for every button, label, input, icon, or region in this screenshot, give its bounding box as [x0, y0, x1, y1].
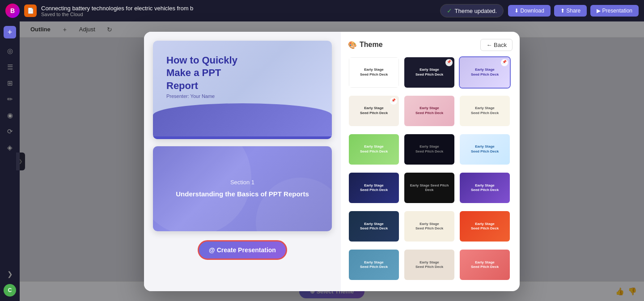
theme-card-inner-t8: Early Stage Seed Pitch Deck — [404, 134, 454, 165]
theme-card-t11[interactable]: Early Stage Seed Pitch Deck — [403, 172, 455, 204]
theme-picker-pane: 🎨 Theme ← Back Early Stage Seed Pitch De… — [341, 32, 520, 291]
toast-notification: ✓ Theme updated. — [440, 4, 504, 17]
theme-card-inner-t11: Early Stage Seed Pitch Deck — [404, 173, 454, 203]
toast-text: Theme updated. — [455, 8, 497, 14]
theme-card-t8[interactable]: Early Stage Seed Pitch Deck — [403, 133, 455, 165]
theme-card-t16[interactable]: Early Stage Seed Pitch Deck — [348, 249, 400, 281]
slide-preview-pane: How to QuicklyMake a PPTReport Presenter… — [144, 32, 341, 291]
theme-card-t13[interactable]: Early Stage Seed Pitch Deck — [348, 210, 400, 242]
theme-card-inner-t15: Early Stage Seed Pitch Deck — [460, 211, 510, 242]
sidebar-item-grid[interactable]: ⊞ — [4, 77, 16, 89]
theme-card-t18[interactable]: Early Stage Seed Pitch Deck — [459, 249, 511, 281]
slide-2-preview: Section 1 Understanding the Basics of PP… — [153, 146, 332, 231]
sidebar-item-arrow[interactable]: ❯ — [4, 268, 16, 280]
theme-card-t10[interactable]: Early Stage Seed Pitch Deck — [348, 172, 400, 204]
presentation-button[interactable]: ▶ Presentation — [590, 5, 639, 17]
topbar: B 📄 Connecting battery technologies for … — [0, 0, 644, 21]
sidebar-item-edit[interactable]: ✏ — [4, 93, 16, 106]
sidebar-bottom: ❯ C — [4, 268, 16, 297]
theme-modal: How to QuicklyMake a PPTReport Presenter… — [144, 32, 520, 291]
theme-card-inner-t14: Early Stage Seed Pitch Deck — [404, 211, 454, 242]
theme-card-inner-t17: Early Stage Seed Pitch Deck — [404, 250, 454, 280]
modal-overlay: How to QuicklyMake a PPTReport Presenter… — [20, 21, 644, 301]
theme-card-inner-t12: Early Stage Seed Pitch Deck — [460, 173, 510, 203]
app-logo: B — [5, 4, 20, 18]
create-presentation-button[interactable]: @ Create Presentation — [198, 240, 287, 260]
slide-wave-decoration — [153, 103, 332, 139]
theme-card-t6[interactable]: Early Stage Seed Pitch Deck — [459, 95, 511, 127]
section-title: Understanding the Basics of PPT Reports — [176, 189, 309, 199]
theme-icon: 🎨 — [348, 41, 357, 49]
theme-card-t3[interactable]: Early Stage Seed Pitch Deck📌 — [459, 56, 511, 89]
user-avatar[interactable]: C — [4, 284, 16, 297]
theme-card-inner-t4: Early Stage Seed Pitch Deck📌 — [349, 96, 399, 126]
slide-1-title: How to QuicklyMake a PPTReport — [166, 54, 237, 93]
theme-card-t5[interactable]: Early Stage Seed Pitch Deck — [403, 95, 455, 127]
pin-icon: 📌 — [390, 98, 397, 105]
back-button[interactable]: ← Back — [480, 39, 513, 51]
slide-1-presenter: Presenter: Your Name — [166, 93, 215, 99]
slide-bottom-bar — [153, 136, 332, 139]
themes-grid: Early Stage Seed Pitch DeckEarly Stage S… — [348, 56, 513, 284]
pin-icon: 📌 — [445, 59, 453, 66]
theme-card-inner-t3: Early Stage Seed Pitch Deck📌 — [460, 57, 510, 88]
theme-card-t9[interactable]: Early Stage Seed Pitch Deck — [459, 133, 511, 165]
theme-card-inner-t10: Early Stage Seed Pitch Deck — [349, 173, 399, 203]
theme-card-t7[interactable]: Early Stage Seed Pitch Deck — [348, 133, 400, 165]
document-subtitle: Saved to the Cloud — [41, 12, 436, 17]
sidebar-item-search[interactable]: ◎ — [4, 45, 16, 57]
title-group: Connecting battery technologies for elec… — [41, 5, 436, 17]
theme-card-inner-t16: Early Stage Seed Pitch Deck — [349, 250, 399, 280]
theme-card-inner-t9: Early Stage Seed Pitch Deck — [460, 134, 510, 165]
share-button[interactable]: ⬆ Share — [554, 5, 587, 17]
themes-header: 🎨 Theme ← Back — [348, 39, 513, 51]
sidebar-item-circle[interactable]: ◉ — [4, 109, 16, 122]
theme-card-t12[interactable]: Early Stage Seed Pitch Deck — [459, 172, 511, 204]
theme-card-inner-t18: Early Stage Seed Pitch Deck — [460, 250, 510, 280]
theme-card-inner-t5: Early Stage Seed Pitch Deck — [404, 96, 454, 126]
theme-card-inner-t1: Early Stage Seed Pitch Deck — [349, 57, 399, 88]
slide-1-preview: How to QuicklyMake a PPTReport Presenter… — [153, 41, 332, 139]
theme-card-t17[interactable]: Early Stage Seed Pitch Deck — [403, 249, 455, 281]
pin-icon: 📌 — [501, 59, 508, 66]
add-new-button[interactable]: + — [4, 26, 16, 38]
theme-card-t2[interactable]: Early Stage Seed Pitch Deck📌 — [403, 56, 455, 89]
check-icon: ✓ — [447, 7, 452, 14]
sidebar-item-diamond[interactable]: ◈ — [4, 141, 16, 154]
slide-2-content: Section 1 Understanding the Basics of PP… — [176, 179, 309, 199]
sidebar-item-history[interactable]: ⟳ — [4, 125, 16, 138]
main-area: Outline + Adjust ↻ How to QuicklyMake a … — [20, 21, 644, 301]
theme-card-inner-t13: Early Stage Seed Pitch Deck — [349, 211, 399, 242]
theme-card-inner-t6: Early Stage Seed Pitch Deck — [460, 96, 510, 126]
doc-icon: 📄 — [24, 4, 37, 17]
theme-card-t4[interactable]: Early Stage Seed Pitch Deck📌 — [348, 95, 400, 127]
theme-card-inner-t2: Early Stage Seed Pitch Deck📌 — [404, 57, 454, 88]
theme-card-t15[interactable]: Early Stage Seed Pitch Deck — [459, 210, 511, 242]
section-label: Section 1 — [176, 179, 309, 186]
download-button[interactable]: ⬇ Download — [508, 5, 551, 17]
document-title: Connecting battery technologies for elec… — [41, 5, 436, 12]
topbar-actions: ⬇ Download ⬆ Share ▶ Presentation — [508, 5, 639, 17]
theme-card-t1[interactable]: Early Stage Seed Pitch Deck — [348, 56, 400, 89]
theme-card-t14[interactable]: Early Stage Seed Pitch Deck — [403, 210, 455, 242]
sidebar-item-list[interactable]: ☰ — [4, 61, 16, 73]
themes-title: 🎨 Theme — [348, 41, 383, 49]
theme-card-inner-t7: Early Stage Seed Pitch Deck — [349, 134, 399, 165]
sidebar: + ◎ ☰ ⊞ ✏ ◉ ⟳ ◈ ❯ ❯ C — [0, 21, 20, 301]
